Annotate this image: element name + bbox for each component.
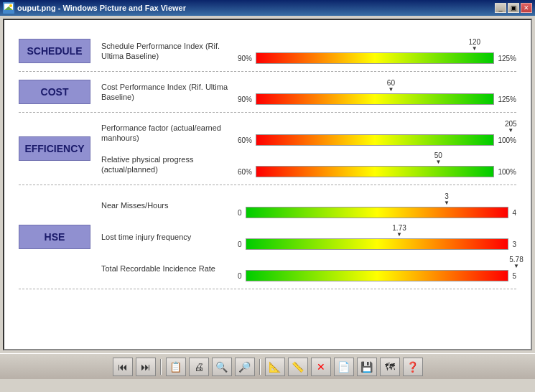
- taskbar-btn-first[interactable]: ⏮: [113, 358, 133, 376]
- gauge-hse-1: 1.73▼03: [238, 224, 516, 250]
- restore-button[interactable]: ▣: [508, 3, 519, 13]
- value-marker-efficiency-1: 50▼: [434, 151, 442, 165]
- section-efficiency: EFFICIENCYPerformance factor (actual/ear…: [19, 113, 516, 185]
- min-label-hse-0: 0: [238, 209, 242, 217]
- title-icon: [3, 2, 14, 14]
- gauge-hse-2: 5.78▼05: [238, 256, 516, 281]
- metric-desc-efficiency-0: Performance factor (actual/earned manhou…: [101, 123, 231, 144]
- taskbar-btn-delete[interactable]: ✕: [311, 358, 331, 376]
- bar-row-schedule-0: 90%125%: [238, 52, 516, 64]
- max-label-cost-0: 125%: [498, 95, 516, 103]
- min-label-efficiency-0: 60%: [238, 136, 252, 144]
- gauge-bar-hse-0: [246, 207, 509, 218]
- metric-desc-hse-0: Near Misses/Hours: [101, 200, 231, 210]
- min-label-efficiency-1: 60%: [238, 168, 252, 176]
- metric-desc-hse-1: Lost time injury frequency: [101, 232, 231, 242]
- metrics-efficiency: Performance factor (actual/earned manhou…: [101, 120, 516, 177]
- taskbar-btn-print[interactable]: 🖨: [189, 358, 209, 376]
- max-label-efficiency-1: 100%: [498, 168, 516, 176]
- max-label-hse-1: 3: [512, 241, 516, 248]
- gauge-efficiency-0: 205▼60%100%: [238, 120, 516, 146]
- section-cost: COSTCost Performance Index (Rif. Ultima …: [19, 72, 516, 113]
- value-marker-efficiency-0: 205▼: [505, 120, 517, 134]
- window-content: SCHEDULESchedule Performance Index (Rif.…: [3, 19, 532, 350]
- bar-row-cost-0: 90%125%: [238, 93, 516, 105]
- bar-row-efficiency-0: 60%100%: [238, 134, 516, 146]
- metric-row-hse-1: Lost time injury frequency1.73▼03: [101, 224, 516, 250]
- bar-row-hse-1: 03: [238, 238, 516, 250]
- value-marker-schedule-0: 120▼: [468, 38, 480, 52]
- taskbar-btn-zoom-actual[interactable]: 📏: [288, 358, 308, 376]
- bar-row-hse-0: 04: [238, 207, 516, 218]
- taskbar-btn-save-as[interactable]: 📄: [334, 358, 354, 376]
- max-label-schedule-0: 125%: [498, 55, 516, 62]
- min-label-hse-2: 0: [238, 272, 242, 280]
- gauge-cost-0: 60▼90%125%: [238, 79, 516, 105]
- metric-row-efficiency-1: Relative physical progress (actual/plann…: [101, 151, 516, 177]
- gauge-bar-schedule-0: [256, 52, 494, 64]
- label-efficiency: EFFICIENCY: [19, 136, 90, 161]
- max-label-hse-0: 4: [512, 209, 516, 217]
- metric-row-cost-0: Cost Performance Index (Rif. Ultima Base…: [101, 79, 516, 105]
- bar-row-hse-2: 05: [238, 270, 516, 281]
- gauge-bar-cost-0: [256, 93, 494, 105]
- gauge-schedule-0: 120▼90%125%: [238, 38, 516, 64]
- label-schedule: SCHEDULE: [19, 39, 90, 63]
- minimize-button[interactable]: _: [495, 3, 506, 13]
- label-cost: COST: [19, 80, 90, 104]
- gauge-hse-0: 3▼04: [238, 192, 516, 218]
- metrics-hse: Near Misses/Hours3▼04Lost time injury fr…: [101, 192, 516, 281]
- gauge-efficiency-1: 50▼60%100%: [238, 151, 516, 177]
- close-button[interactable]: ✕: [521, 3, 532, 13]
- value-marker-hse-1: 1.73▼: [392, 224, 406, 238]
- metric-row-efficiency-0: Performance factor (actual/earned manhou…: [101, 120, 516, 146]
- max-label-hse-2: 5: [512, 272, 516, 280]
- metrics-schedule: Schedule Performance Index (Rif. Ultima …: [101, 38, 516, 64]
- max-label-efficiency-0: 100%: [498, 136, 516, 144]
- metric-desc-efficiency-1: Relative physical progress (actual/plann…: [101, 154, 231, 175]
- min-label-schedule-0: 90%: [238, 55, 252, 62]
- gauge-bar-hse-2: [246, 270, 509, 281]
- taskbar-btn-help[interactable]: ❓: [403, 358, 423, 376]
- section-schedule: SCHEDULESchedule Performance Index (Rif.…: [19, 31, 516, 72]
- section-hse: HSENear Misses/Hours3▼04Lost time injury…: [19, 185, 516, 289]
- value-marker-cost-0: 60▼: [387, 79, 395, 93]
- svg-point-3: [9, 4, 12, 7]
- taskbar-btn-next[interactable]: ⏭: [136, 358, 156, 376]
- title-bar[interactable]: ouput.png - Windows Picture and Fax View…: [0, 0, 535, 16]
- metrics-cost: Cost Performance Index (Rif. Ultima Base…: [101, 79, 516, 105]
- taskbar-btn-zoom-out[interactable]: 🔍: [212, 358, 232, 376]
- min-label-hse-1: 0: [238, 241, 242, 248]
- bar-row-efficiency-1: 60%100%: [238, 166, 516, 177]
- value-marker-hse-2: 5.78▼: [509, 256, 523, 269]
- metric-row-hse-0: Near Misses/Hours3▼04: [101, 192, 516, 218]
- metric-desc-schedule-0: Schedule Performance Index (Rif. Ultima …: [101, 41, 231, 62]
- value-marker-hse-0: 3▼: [444, 192, 450, 206]
- metric-row-hse-2: Total Recordable Incidence Rate5.78▼05: [101, 256, 516, 281]
- taskbar-btn-zoom-fit[interactable]: 📐: [265, 358, 285, 376]
- min-label-cost-0: 90%: [238, 95, 252, 103]
- taskbar-btn-save[interactable]: 💾: [357, 358, 377, 376]
- metric-row-schedule-0: Schedule Performance Index (Rif. Ultima …: [101, 38, 516, 64]
- taskbar-btn-zoom-in[interactable]: 🔎: [235, 358, 255, 376]
- taskbar-btn-map[interactable]: 🗺: [380, 358, 400, 376]
- title-text: ouput.png - Windows Picture and Fax View…: [17, 4, 186, 12]
- label-hse: HSE: [19, 225, 90, 249]
- gauge-bar-efficiency-0: [256, 134, 494, 146]
- gauge-bar-efficiency-1: [256, 166, 494, 177]
- metric-desc-cost-0: Cost Performance Index (Rif. Ultima Base…: [101, 82, 231, 103]
- taskbar-btn-copy[interactable]: 📋: [166, 358, 186, 376]
- gauge-bar-hse-1: [246, 238, 509, 250]
- metric-desc-hse-2: Total Recordable Incidence Rate: [101, 263, 231, 274]
- taskbar: ⏮ ⏭ 📋 🖨 🔍 🔎 📐 📏 ✕ 📄 💾 🗺 ❓: [0, 353, 535, 379]
